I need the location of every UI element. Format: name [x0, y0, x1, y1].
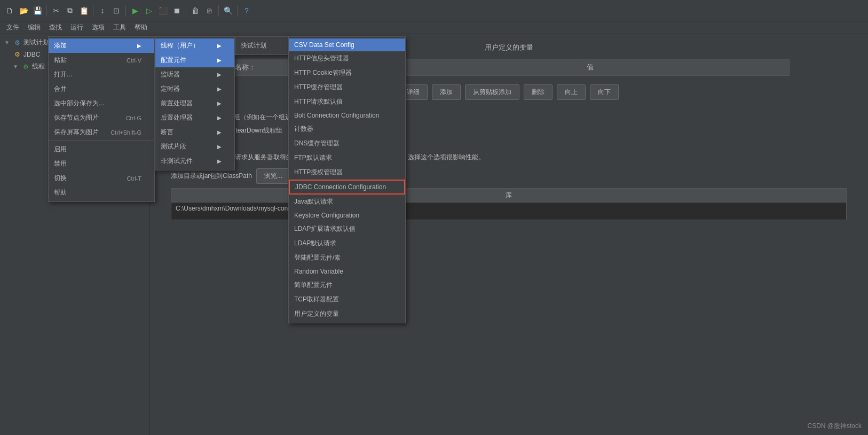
menu-item-jdbc[interactable]: JDBC Connection Configuration [289, 180, 405, 195]
menu-item-help[interactable]: 帮助 [49, 185, 154, 200]
search-icon[interactable]: 🔍 [222, 4, 234, 17]
menu-item-http-cookie[interactable]: HTTP Cookie管理器 [289, 66, 405, 80]
menu-item-add[interactable]: 添加 ▶ [49, 38, 154, 53]
menu-item-disable[interactable]: 禁用 [49, 157, 154, 171]
clear-icon[interactable]: 🗑 [189, 4, 202, 17]
testplan-icon: ⚙ [13, 38, 21, 47]
menu-item-dns-cache[interactable]: DNS缓存管理器 [289, 136, 405, 151]
menu-run[interactable]: 运行 [66, 22, 88, 33]
menu-item-random-variable[interactable]: Random Variable [289, 265, 405, 278]
menu-item-save-partial[interactable]: 选中部分保存为... [49, 96, 154, 111]
menu-item-login-config[interactable]: 登陆配置元件/素 [289, 251, 405, 265]
up-button[interactable]: 向上 [557, 84, 586, 100]
menu-item-thread-group[interactable]: 线程（用户） ▶ [155, 38, 234, 53]
menu-item-http-defaults[interactable]: HTTP请求默认值 [289, 95, 405, 109]
menu-item-http-header[interactable]: HTTP信息头管理器 [289, 51, 405, 66]
col-value: 值 [580, 59, 789, 76]
collapse-icon[interactable]: ⊡ [110, 4, 123, 17]
jdbc-icon: ⚙ [13, 50, 21, 59]
menu-item-counter[interactable]: 计数器 [289, 122, 405, 136]
menu-item-assertion[interactable]: 断言 ▶ [155, 125, 234, 139]
paste-from-clipboard-button[interactable]: 从剪贴板添加 [465, 84, 519, 100]
menu-container: 添加 ▶ 粘贴 Ctrl-V 打开... 合并 选中部分保存为... 保存节点为… [48, 34, 406, 323]
menu-tools[interactable]: 工具 [109, 22, 130, 33]
menu-arrow-post: ▶ [217, 115, 222, 121]
menu-item-keystore[interactable]: Keystore Configuration [289, 209, 405, 222]
save-icon[interactable]: 💾 [31, 4, 44, 17]
menu-l1: 添加 ▶ 粘贴 Ctrl-V 打开... 合并 选中部分保存为... 保存节点为… [48, 36, 155, 202]
new-icon[interactable]: 🗋 [3, 4, 16, 17]
save-node-shortcut: Ctrl-G [126, 115, 141, 121]
menu-item-http-cache[interactable]: HTTP缓存管理器 [289, 80, 405, 95]
menu-item-csv[interactable]: CSV Data Set Config [289, 38, 405, 51]
expand-icon[interactable]: ↕ [96, 4, 109, 17]
menu-item-ldap-default[interactable]: LDAP默认请求 [289, 236, 405, 251]
menu-item-ftp-default[interactable]: FTP默认请求 [289, 151, 405, 165]
menu-edit[interactable]: 编辑 [23, 22, 45, 33]
menu-item-timer[interactable]: 定时器 ▶ [155, 82, 234, 96]
menu-item-save-node-img[interactable]: 保存节点为图片 Ctrl-G [49, 111, 154, 125]
menu-item-post-processor[interactable]: 后置处理器 ▶ [155, 111, 234, 125]
watermark: CSDN @股神stock [807, 422, 862, 431]
save-screen-shortcut: Ctrl+Shift-G [111, 129, 141, 136]
down-button[interactable]: 向下 [590, 84, 619, 100]
menu-item-test-fragment[interactable]: 测试片段 ▶ [155, 139, 234, 154]
start-icon[interactable]: ▶ [129, 4, 141, 17]
sep2 [93, 5, 93, 16]
menu-help[interactable]: 帮助 [130, 22, 152, 33]
toolbar: 🗋 📂 💾 ✂ ⧉ 📋 ↕ ⊡ ▶ ▷ ⬛ ⏹ 🗑 ⎚ 🔍 ? [0, 0, 868, 21]
menu-l3-thread: 快试计划 [235, 36, 288, 55]
clear-all-icon[interactable]: ⎚ [203, 4, 216, 17]
cut-icon[interactable]: ✂ [50, 4, 62, 17]
paste-icon[interactable]: 📋 [77, 4, 90, 17]
menubar: 文件 编辑 查找 运行 选项 工具 帮助 [0, 21, 868, 34]
menu-item-ldap-ext[interactable]: LDAP扩展请求默认值 [289, 222, 405, 236]
stop-icon[interactable]: ⬛ [156, 4, 169, 17]
menu-arrow-assertion: ▶ [217, 129, 222, 135]
menu-item-listener[interactable]: 监听器 ▶ [155, 67, 234, 82]
copy-icon[interactable]: ⧉ [64, 4, 76, 17]
menu-item-bolt-connection[interactable]: Bolt Connection Configuration [289, 109, 405, 122]
tree-label-thread: 线程 [32, 62, 45, 71]
menu-arrow-listener: ▶ [217, 72, 222, 77]
menu-item-save-screen-img[interactable]: 保存屏幕为图片 Ctrl+Shift-G [49, 125, 154, 139]
menu-arrow-config: ▶ [217, 57, 222, 63]
menu-item-config[interactable]: 配置元件 ▶ [155, 53, 234, 67]
menu-item-paste[interactable]: 粘贴 Ctrl-V [49, 53, 154, 67]
help-icon[interactable]: ? [240, 4, 253, 17]
menu-arrow-pre: ▶ [217, 100, 222, 106]
add-button[interactable]: 添加 [432, 84, 461, 100]
thread-icon: ⚙ [21, 63, 30, 71]
shutdown-icon[interactable]: ⏹ [170, 4, 183, 17]
menu-options[interactable]: 选项 [88, 22, 109, 33]
delete-button[interactable]: 删除 [524, 84, 553, 100]
menu-item-user-vars[interactable]: 用户定义的变量 [289, 307, 405, 321]
menu-l2: 线程（用户） ▶ 配置元件 ▶ 监听器 ▶ 定时器 ▶ 前置处理器 ▶ 后置处理… [155, 36, 235, 170]
menu-item-http-auth[interactable]: HTTP授权管理器 [289, 165, 405, 180]
menu-item-java-default[interactable]: Java默认请求 [289, 195, 405, 209]
sep1 [46, 5, 47, 16]
menu-arrow-timer: ▶ [217, 86, 222, 92]
sep5 [218, 5, 219, 16]
start-no-pause-icon[interactable]: ▷ [143, 4, 155, 17]
tree-arrow: ▼ [4, 40, 11, 45]
open-icon[interactable]: 📂 [17, 4, 30, 17]
menu-arrow-add: ▶ [137, 43, 141, 49]
sep-l1 [49, 141, 154, 141]
menu-find[interactable]: 查找 [45, 22, 66, 33]
tree-label-testplan: 测试计划 [23, 38, 49, 47]
menu-file[interactable]: 文件 [2, 22, 23, 33]
menu-item-toggle[interactable]: 切换 Ctrl-T [49, 171, 154, 185]
menu-item-non-test[interactable]: 非测试元件 ▶ [155, 154, 234, 168]
sep4 [186, 5, 186, 16]
menu-item-open[interactable]: 打开... [49, 67, 154, 82]
menu-arrow-thread: ▶ [217, 43, 222, 49]
menu-item-enable[interactable]: 启用 [49, 142, 154, 157]
menu-arrow-fragment: ▶ [217, 144, 222, 150]
menu-item-quick-test[interactable]: 快试计划 [235, 38, 288, 53]
menu-item-simple-config[interactable]: 简单配置元件 [289, 278, 405, 292]
menu-item-pre-processor[interactable]: 前置处理器 ▶ [155, 96, 234, 111]
menu-item-merge[interactable]: 合并 [49, 82, 154, 96]
toggle-shortcut: Ctrl-T [127, 175, 142, 182]
menu-item-tcp-config[interactable]: TCP取样器配置 [289, 292, 405, 307]
